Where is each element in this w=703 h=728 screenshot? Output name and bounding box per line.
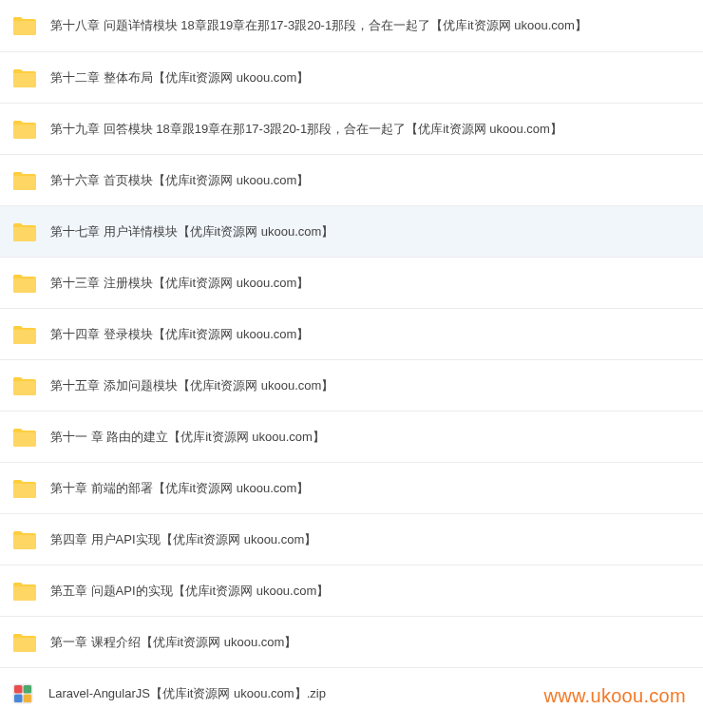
file-name-label: 第一章 课程介绍【优库it资源网 ukoou.com】: [50, 634, 296, 651]
file-row[interactable]: 第十二章 整体布局【优库it资源网 ukoou.com】: [0, 51, 703, 103]
svg-rect-3: [14, 694, 23, 702]
zip-icon: [11, 682, 34, 705]
file-name-label: 第十九章 回答模块 18章跟19章在那17-3跟20-1那段，合在一起了【优库i…: [50, 121, 562, 138]
file-name-label: 第十三章 注册模块【优库it资源网 ukoou.com】: [50, 275, 309, 292]
file-name-label: 第十二章 整体布局【优库it资源网 ukoou.com】: [50, 69, 309, 86]
folder-icon: [11, 375, 36, 396]
file-row[interactable]: 第十五章 添加问题模块【优库it资源网 ukoou.com】: [0, 359, 703, 411]
file-list: 第十八章 问题详情模块 18章跟19章在那17-3跟20-1那段，合在一起了【优…: [0, 0, 703, 718]
file-row[interactable]: 第十一 章 路由的建立【优库it资源网 ukoou.com】: [0, 411, 703, 462]
folder-icon: [11, 15, 36, 36]
file-row[interactable]: 第五章 问题API的实现【优库it资源网 ukoou.com】: [0, 565, 703, 616]
file-row[interactable]: 第十四章 登录模块【优库it资源网 ukoou.com】: [0, 308, 703, 359]
folder-icon: [11, 67, 36, 88]
folder-icon: [11, 632, 36, 653]
svg-rect-2: [24, 685, 32, 694]
file-name-label: 第十章 前端的部署【优库it资源网 ukoou.com】: [50, 480, 309, 497]
svg-rect-4: [24, 694, 32, 702]
folder-icon: [11, 324, 36, 345]
folder-icon: [11, 581, 36, 602]
folder-icon: [11, 273, 36, 294]
folder-icon: [11, 221, 36, 242]
file-row[interactable]: 第十三章 注册模块【优库it资源网 ukoou.com】: [0, 257, 703, 308]
file-name-label: Laravel-AngularJS【优库it资源网 ukoou.com】.zip: [48, 685, 326, 702]
file-row[interactable]: 第十章 前端的部署【优库it资源网 ukoou.com】: [0, 462, 703, 513]
file-row[interactable]: 第一章 课程介绍【优库it资源网 ukoou.com】: [0, 616, 703, 667]
file-name-label: 第十八章 问题详情模块 18章跟19章在那17-3跟20-1那段，合在一起了【优…: [50, 17, 587, 34]
file-name-label: 第十四章 登录模块【优库it资源网 ukoou.com】: [50, 326, 309, 343]
file-name-label: 第十五章 添加问题模块【优库it资源网 ukoou.com】: [50, 377, 333, 394]
file-name-label: 第五章 问题API的实现【优库it资源网 ukoou.com】: [50, 583, 329, 600]
folder-icon: [11, 478, 36, 499]
folder-icon: [11, 119, 36, 140]
file-row[interactable]: 第十八章 问题详情模块 18章跟19章在那17-3跟20-1那段，合在一起了【优…: [0, 0, 703, 51]
file-name-label: 第十七章 用户详情模块【优库it资源网 ukoou.com】: [50, 223, 333, 240]
watermark-text: www.ukoou.com: [543, 685, 686, 707]
svg-rect-1: [14, 685, 23, 694]
file-row[interactable]: 第四章 用户API实现【优库it资源网 ukoou.com】: [0, 513, 703, 565]
file-row[interactable]: 第十七章 用户详情模块【优库it资源网 ukoou.com】: [0, 205, 703, 257]
folder-icon: [11, 170, 36, 191]
folder-icon: [11, 427, 36, 448]
file-name-label: 第十一 章 路由的建立【优库it资源网 ukoou.com】: [50, 429, 325, 446]
file-row[interactable]: 第十六章 首页模块【优库it资源网 ukoou.com】: [0, 154, 703, 205]
folder-icon: [11, 529, 36, 550]
file-name-label: 第四章 用户API实现【优库it资源网 ukoou.com】: [50, 531, 316, 548]
file-row[interactable]: 第十九章 回答模块 18章跟19章在那17-3跟20-1那段，合在一起了【优库i…: [0, 103, 703, 154]
file-name-label: 第十六章 首页模块【优库it资源网 ukoou.com】: [50, 172, 309, 189]
